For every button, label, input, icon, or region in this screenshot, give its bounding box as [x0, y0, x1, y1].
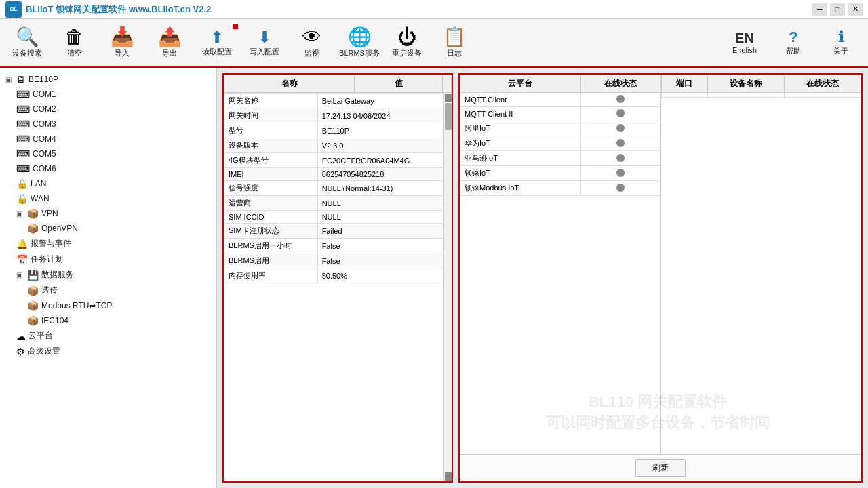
reboot-button[interactable]: ⏻ 重启设备	[384, 22, 430, 64]
sidebar-item-wan[interactable]: 🔒 WAN	[0, 191, 216, 206]
scrollbar[interactable]	[443, 93, 452, 481]
sidebar-item-com3[interactable]: ⌨ COM3	[0, 117, 216, 131]
vpn-collapse-icon: ▣	[16, 210, 24, 218]
info-name-cell: SIM卡注册状态	[224, 224, 318, 239]
blrms-button[interactable]: 🌐 BLRMS服务	[336, 22, 382, 64]
cloud-status-cell	[580, 107, 660, 121]
close-button[interactable]: ✕	[848, 3, 863, 16]
sidebar-item-modbus[interactable]: 📦 Modbus RTU⇌TCP	[0, 298, 216, 313]
restore-button[interactable]: □	[830, 3, 845, 16]
search-button[interactable]: 🔍 设备搜索	[4, 22, 50, 64]
sidebar-item-iec104[interactable]: 📦 IEC104	[0, 313, 216, 328]
monitor-button[interactable]: 👁 监视	[289, 22, 335, 64]
info-table-body: 网关名称BeiLai Gateway网关时间17:24:13 04/08/202…	[224, 93, 443, 283]
info-name-cell: BLRMS启用	[224, 253, 318, 268]
blrms-icon: 🌐	[348, 28, 372, 47]
sidebar-item-advanced[interactable]: ⚙ 高级设置	[0, 344, 216, 359]
help-label: 帮助	[786, 46, 801, 56]
table-row: 阿里IoT	[460, 121, 660, 136]
status-dot	[616, 124, 625, 132]
collapse-icon: ▣	[5, 76, 14, 83]
titlebar: BL BLIIoT 钡铼网关配置软件 www.BLIIoT.cn V2.2 ─ …	[0, 0, 868, 19]
sidebar-item-dataservice[interactable]: ▣ 💾 数据服务	[0, 267, 216, 283]
port-col-name: 设备名称	[708, 75, 785, 93]
sidebar-item-task[interactable]: 📅 任务计划	[0, 251, 216, 267]
blrms-label: BLRMS服务	[339, 48, 380, 58]
info-value-cell: False	[317, 239, 443, 253]
sidebar-item-com4[interactable]: ⌨ COM4	[0, 131, 216, 146]
sidebar-item-lan[interactable]: 🔒 LAN	[0, 176, 216, 191]
english-button[interactable]: EN English	[720, 22, 769, 64]
info-name-cell: 网关名称	[224, 94, 318, 108]
info-name-cell: 设备版本	[224, 138, 318, 153]
sidebar: ▣ 🖥 BE110P ⌨ COM1 ⌨ COM2 ⌨ COM3 ⌨ COM4 ⌨…	[0, 68, 217, 488]
right-panel-top: 云平台 在线状态 MQTT ClientMQTT Client II阿里IoT华…	[460, 75, 861, 454]
info-value-cell: BeiLai Gateway	[317, 94, 443, 108]
info-name-cell: 内存使用率	[224, 268, 318, 283]
sidebar-item-alert[interactable]: 🔔 报警与事件	[0, 236, 216, 251]
table-row: MQTT Client II	[460, 107, 660, 121]
write-config-icon: ⬇	[258, 29, 271, 45]
info-name-cell: 4G模块型号	[224, 153, 318, 168]
table-row: 型号BE110P	[224, 123, 443, 138]
sidebar-item-passthrough[interactable]: 📦 透传	[0, 283, 216, 298]
root-label: BE110P	[28, 75, 58, 84]
sidebar-item-com5[interactable]: ⌨ COM5	[0, 146, 216, 161]
monitor-label: 监视	[304, 48, 319, 58]
read-config-icon: ⬆	[210, 29, 224, 45]
about-button[interactable]: ℹ 关于	[818, 22, 864, 64]
scroll-thumb[interactable]	[445, 103, 452, 130]
read-config-label: 读取配置	[202, 47, 232, 57]
info-value-cell: 17:24:13 04/08/2024	[317, 108, 443, 123]
cloud-status-cell	[580, 136, 660, 151]
sidebar-item-vpn[interactable]: ▣ 📦 VPN	[0, 206, 216, 221]
title-left: BL BLIIoT 钡铼网关配置软件 www.BLIIoT.cn V2.2	[5, 1, 211, 18]
info-value-cell: NULL	[317, 211, 443, 224]
monitor-icon: 👁	[302, 28, 321, 47]
cloud-table: 云平台 在线状态 MQTT ClientMQTT Client II阿里IoT华…	[460, 75, 661, 454]
export-button[interactable]: 📤 导出	[146, 22, 193, 64]
info-value-cell: Failed	[317, 224, 443, 239]
minimize-button[interactable]: ─	[812, 3, 827, 16]
table-row: 华为IoT	[460, 136, 660, 151]
sidebar-item-cloud[interactable]: ☁ 云平台	[0, 328, 216, 344]
port-col-port: 端口	[661, 75, 708, 93]
write-config-button[interactable]: ⬇ 写入配置	[241, 22, 288, 64]
cloud-status-cell	[580, 93, 660, 107]
main-area: ▣ 🖥 BE110P ⌨ COM1 ⌨ COM2 ⌨ COM3 ⌨ COM4 ⌨…	[0, 68, 868, 488]
status-dot	[616, 95, 625, 103]
toolbar: 🔍 设备搜索 🗑 清空 📥 导入 📤 导出 ⬆ 读取配置 ⬇ 写入配置 👁 监视…	[0, 19, 868, 68]
info-name-cell: IMEI	[224, 168, 318, 181]
info-name-cell: 运营商	[224, 196, 318, 211]
info-value-cell: False	[317, 253, 443, 268]
cloud-name-cell: 钡铼Modbus IoT	[460, 181, 581, 196]
info-table-panel: 名称 值 网关名称BeiLai Gateway网关时间17:24:13 04/0…	[222, 73, 453, 483]
help-button[interactable]: ? 帮助	[770, 22, 816, 64]
info-name-cell: BLRMS启用一小时	[224, 239, 318, 253]
cloud-status-cell	[580, 121, 660, 136]
info-name-cell: 信号强度	[224, 181, 318, 196]
english-label: English	[732, 46, 757, 54]
search-icon: 🔍	[16, 28, 39, 47]
cloud-name-cell: 钡铼IoT	[460, 166, 581, 181]
sidebar-item-root[interactable]: ▣ 🖥 BE110P	[0, 72, 216, 87]
info-value-cell: NULL	[317, 196, 443, 211]
info-value-cell: NULL (Normal:14-31)	[317, 181, 443, 196]
clear-button[interactable]: 🗑 清空	[52, 22, 98, 64]
port-status-table: 端口 设备名称 在线状态	[661, 75, 862, 98]
cloud-status-cell	[580, 151, 660, 166]
clear-label: 清空	[67, 48, 82, 58]
sidebar-item-com1[interactable]: ⌨ COM1	[0, 87, 216, 102]
sidebar-item-openvpn[interactable]: 📦 OpenVPN	[0, 221, 216, 236]
log-icon: 📋	[443, 28, 467, 47]
log-button[interactable]: 📋 日志	[431, 22, 477, 64]
sidebar-item-com2[interactable]: ⌨ COM2	[0, 102, 216, 117]
sidebar-item-com6[interactable]: ⌨ COM6	[0, 161, 216, 176]
info-name-cell: SIM ICCID	[224, 211, 318, 224]
import-button[interactable]: 📥 导入	[99, 22, 145, 64]
info-value-cell: 50.50%	[317, 268, 443, 283]
read-config-button[interactable]: ⬆ 读取配置	[194, 22, 240, 64]
refresh-button[interactable]: 刷新	[635, 459, 686, 477]
window-controls: ─ □ ✕	[812, 3, 863, 16]
english-icon: EN	[735, 31, 754, 45]
